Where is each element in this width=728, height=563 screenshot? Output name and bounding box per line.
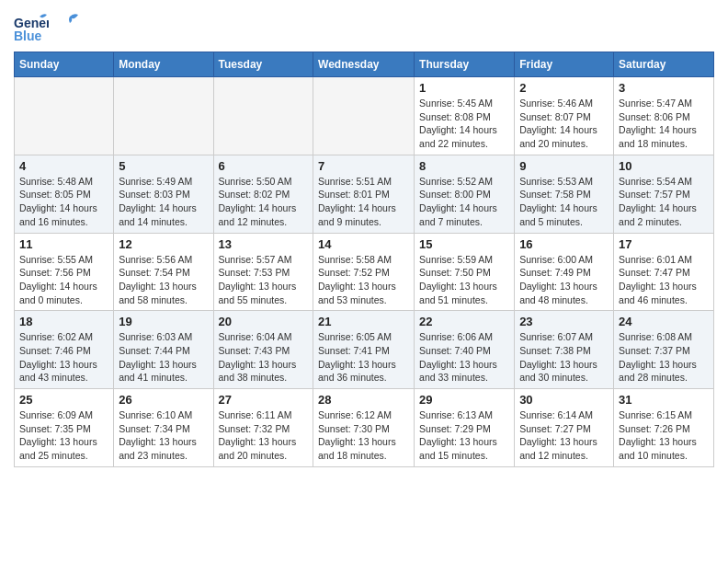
day-number: 23 — [519, 315, 609, 328]
calendar-cell: 17Sunrise: 6:01 AM Sunset: 7:47 PM Dayli… — [614, 233, 714, 311]
day-info: Sunrise: 5:55 AM Sunset: 7:56 PM Dayligh… — [19, 253, 108, 307]
day-info: Sunrise: 5:53 AM Sunset: 7:58 PM Dayligh… — [519, 175, 609, 229]
day-number: 14 — [318, 237, 409, 251]
calendar-cell — [114, 77, 213, 155]
calendar-cell — [213, 77, 313, 155]
day-info: Sunrise: 6:07 AM Sunset: 7:38 PM Dayligh… — [519, 330, 609, 385]
day-info: Sunrise: 5:58 AM Sunset: 7:52 PM Dayligh… — [318, 253, 409, 307]
day-number: 15 — [419, 237, 509, 251]
day-info: Sunrise: 6:02 AM Sunset: 7:46 PM Dayligh… — [19, 330, 108, 385]
day-number: 20 — [219, 315, 309, 328]
week-row-5: 25Sunrise: 6:09 AM Sunset: 7:35 PM Dayli… — [15, 389, 714, 467]
day-number: 7 — [318, 159, 409, 173]
calendar-cell: 26Sunrise: 6:10 AM Sunset: 7:34 PM Dayli… — [114, 389, 213, 467]
day-number: 24 — [619, 315, 709, 328]
col-thursday: Thursday — [415, 52, 515, 77]
col-tuesday: Tuesday — [213, 52, 313, 77]
day-number: 18 — [19, 315, 108, 328]
day-info: Sunrise: 5:51 AM Sunset: 8:01 PM Dayligh… — [318, 175, 409, 229]
day-info: Sunrise: 5:45 AM Sunset: 8:08 PM Dayligh… — [419, 97, 509, 151]
day-number: 11 — [19, 237, 108, 251]
day-number: 4 — [19, 159, 108, 173]
day-info: Sunrise: 6:08 AM Sunset: 7:37 PM Dayligh… — [619, 330, 709, 385]
day-info: Sunrise: 6:00 AM Sunset: 7:49 PM Dayligh… — [519, 253, 609, 307]
calendar-cell: 22Sunrise: 6:06 AM Sunset: 7:40 PM Dayli… — [415, 311, 515, 389]
col-sunday: Sunday — [15, 52, 114, 77]
calendar-cell: 27Sunrise: 6:11 AM Sunset: 7:32 PM Dayli… — [213, 389, 313, 467]
day-info: Sunrise: 5:48 AM Sunset: 8:05 PM Dayligh… — [19, 175, 108, 229]
calendar-cell: 31Sunrise: 6:15 AM Sunset: 7:26 PM Dayli… — [614, 389, 714, 467]
day-info: Sunrise: 6:10 AM Sunset: 7:34 PM Dayligh… — [119, 408, 208, 463]
day-number: 30 — [519, 393, 609, 407]
week-row-4: 18Sunrise: 6:02 AM Sunset: 7:46 PM Dayli… — [15, 311, 714, 389]
logo: General Blue — [14, 9, 80, 44]
calendar-cell: 15Sunrise: 5:59 AM Sunset: 7:50 PM Dayli… — [415, 233, 515, 311]
calendar-cell: 28Sunrise: 6:12 AM Sunset: 7:30 PM Dayli… — [313, 389, 415, 467]
day-info: Sunrise: 6:09 AM Sunset: 7:35 PM Dayligh… — [19, 408, 108, 463]
calendar-cell — [15, 77, 114, 155]
day-info: Sunrise: 6:13 AM Sunset: 7:29 PM Dayligh… — [419, 408, 509, 463]
calendar-cell: 30Sunrise: 6:14 AM Sunset: 7:27 PM Dayli… — [515, 389, 614, 467]
calendar-cell: 21Sunrise: 6:05 AM Sunset: 7:41 PM Dayli… — [313, 311, 415, 389]
calendar-cell: 18Sunrise: 6:02 AM Sunset: 7:46 PM Dayli… — [15, 311, 114, 389]
calendar-cell: 5Sunrise: 5:49 AM Sunset: 8:03 PM Daylig… — [114, 155, 213, 233]
day-info: Sunrise: 6:14 AM Sunset: 7:27 PM Dayligh… — [519, 408, 609, 463]
day-number: 3 — [619, 81, 709, 95]
day-info: Sunrise: 5:57 AM Sunset: 7:53 PM Dayligh… — [219, 253, 309, 307]
calendar-cell: 10Sunrise: 5:54 AM Sunset: 7:57 PM Dayli… — [614, 155, 714, 233]
calendar-cell: 23Sunrise: 6:07 AM Sunset: 7:38 PM Dayli… — [515, 311, 614, 389]
col-monday: Monday — [114, 52, 213, 77]
calendar-cell: 9Sunrise: 5:53 AM Sunset: 7:58 PM Daylig… — [515, 155, 614, 233]
day-number: 6 — [219, 159, 309, 173]
day-info: Sunrise: 6:12 AM Sunset: 7:30 PM Dayligh… — [318, 408, 409, 463]
calendar-cell: 11Sunrise: 5:55 AM Sunset: 7:56 PM Dayli… — [15, 233, 114, 311]
col-friday: Friday — [515, 52, 614, 77]
day-number: 8 — [419, 159, 509, 173]
day-info: Sunrise: 5:56 AM Sunset: 7:54 PM Dayligh… — [119, 253, 208, 307]
day-number: 25 — [19, 393, 108, 407]
day-number: 22 — [419, 315, 509, 328]
bird-icon — [60, 12, 80, 32]
day-info: Sunrise: 6:05 AM Sunset: 7:41 PM Dayligh… — [318, 330, 409, 385]
day-info: Sunrise: 6:11 AM Sunset: 7:32 PM Dayligh… — [219, 408, 309, 463]
day-number: 10 — [619, 159, 709, 173]
col-saturday: Saturday — [614, 52, 714, 77]
calendar-cell: 16Sunrise: 6:00 AM Sunset: 7:49 PM Dayli… — [515, 233, 614, 311]
calendar-cell: 4Sunrise: 5:48 AM Sunset: 8:05 PM Daylig… — [15, 155, 114, 233]
day-info: Sunrise: 5:52 AM Sunset: 8:00 PM Dayligh… — [419, 175, 509, 229]
day-number: 26 — [119, 393, 208, 407]
day-number: 1 — [419, 81, 509, 95]
calendar-cell: 3Sunrise: 5:47 AM Sunset: 8:06 PM Daylig… — [614, 77, 714, 155]
day-info: Sunrise: 5:50 AM Sunset: 8:02 PM Dayligh… — [219, 175, 309, 229]
calendar-cell: 29Sunrise: 6:13 AM Sunset: 7:29 PM Dayli… — [415, 389, 515, 467]
day-number: 9 — [519, 159, 609, 173]
day-info: Sunrise: 6:06 AM Sunset: 7:40 PM Dayligh… — [419, 330, 509, 385]
svg-text:Blue: Blue — [14, 29, 42, 43]
day-info: Sunrise: 5:54 AM Sunset: 7:57 PM Dayligh… — [619, 175, 709, 229]
calendar-cell: 20Sunrise: 6:04 AM Sunset: 7:43 PM Dayli… — [213, 311, 313, 389]
day-number: 16 — [519, 237, 609, 251]
day-number: 28 — [318, 393, 409, 407]
day-number: 13 — [219, 237, 309, 251]
calendar-cell: 7Sunrise: 5:51 AM Sunset: 8:01 PM Daylig… — [313, 155, 415, 233]
calendar-cell: 19Sunrise: 6:03 AM Sunset: 7:44 PM Dayli… — [114, 311, 213, 389]
day-info: Sunrise: 5:59 AM Sunset: 7:50 PM Dayligh… — [419, 253, 509, 307]
calendar-cell: 13Sunrise: 5:57 AM Sunset: 7:53 PM Dayli… — [213, 233, 313, 311]
calendar-cell: 14Sunrise: 5:58 AM Sunset: 7:52 PM Dayli… — [313, 233, 415, 311]
day-info: Sunrise: 6:03 AM Sunset: 7:44 PM Dayligh… — [119, 330, 208, 385]
day-number: 12 — [119, 237, 208, 251]
day-number: 21 — [318, 315, 409, 328]
day-info: Sunrise: 5:47 AM Sunset: 8:06 PM Dayligh… — [619, 97, 709, 151]
week-row-3: 11Sunrise: 5:55 AM Sunset: 7:56 PM Dayli… — [15, 233, 714, 311]
week-row-2: 4Sunrise: 5:48 AM Sunset: 8:05 PM Daylig… — [15, 155, 714, 233]
day-number: 31 — [619, 393, 709, 407]
calendar-cell — [313, 77, 415, 155]
day-number: 19 — [119, 315, 208, 328]
calendar-header-row: Sunday Monday Tuesday Wednesday Thursday… — [15, 52, 714, 77]
calendar-cell: 24Sunrise: 6:08 AM Sunset: 7:37 PM Dayli… — [614, 311, 714, 389]
day-info: Sunrise: 6:04 AM Sunset: 7:43 PM Dayligh… — [219, 330, 309, 385]
day-info: Sunrise: 5:49 AM Sunset: 8:03 PM Dayligh… — [119, 175, 208, 229]
calendar-cell: 6Sunrise: 5:50 AM Sunset: 8:02 PM Daylig… — [213, 155, 313, 233]
col-wednesday: Wednesday — [313, 52, 415, 77]
day-info: Sunrise: 6:15 AM Sunset: 7:26 PM Dayligh… — [619, 408, 709, 463]
